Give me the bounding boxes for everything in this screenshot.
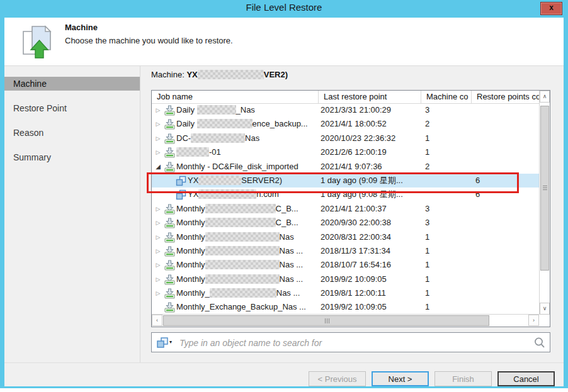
last-restore-point-cell: 2020/10/23 22:36:32: [321, 132, 420, 145]
text-fragment: VER2): [264, 70, 288, 79]
last-restore-point-cell: 2018/11/3 17:31:34: [321, 244, 420, 258]
cancel-button[interactable]: Cancel: [497, 371, 555, 386]
title-bar[interactable]: File Level Restore x: [0, 0, 568, 18]
job-name-cell: MonthlyNas ...: [176, 272, 316, 286]
job-row[interactable]: ▷MonthlyNas ...2018/10/7 16:54:161: [152, 258, 539, 272]
text-fragment: YX: [186, 70, 197, 79]
job-table: Job name Last restore point Machine co R…: [151, 90, 550, 327]
last-restore-point-cell: 2019/9/2 10:09:05: [321, 272, 420, 286]
expand-toggle-icon[interactable]: ▷: [154, 132, 162, 145]
machine-count-cell: 1: [425, 132, 469, 145]
vertical-scrollbar[interactable]: ∧ ∨: [539, 91, 550, 315]
last-restore-point-cell: 2020/9/30 22:00:38: [321, 216, 420, 230]
horizontal-scrollbar[interactable]: ‹ ›: [152, 314, 539, 327]
backup-job-icon: [164, 232, 175, 243]
expand-toggle-icon[interactable]: ▷: [154, 117, 162, 131]
vm-row[interactable]: YXn.com1 day ago (9:08 星期...6: [152, 188, 539, 201]
job-row[interactable]: ▷Daily _Nas2021/3/31 21:00:293: [152, 103, 539, 117]
text-fragment: Nas ...: [276, 288, 300, 298]
expand-toggle-icon[interactable]: ▷: [154, 244, 162, 258]
object-type-filter-icon[interactable]: [156, 337, 169, 351]
collapse-toggle-icon[interactable]: ◢: [154, 160, 162, 174]
close-button[interactable]: x: [540, 2, 562, 15]
wizard-footer: < Previous Next > Finish Cancel: [4, 362, 564, 386]
expand-toggle-icon[interactable]: ▷: [154, 272, 162, 286]
column-header-restore-points-count[interactable]: Restore points co: [472, 91, 539, 103]
redacted-text: [205, 274, 280, 284]
scroll-down-icon[interactable]: ∨: [540, 303, 550, 315]
sidebar-item-summary[interactable]: Summary: [4, 150, 140, 164]
job-row[interactable]: Monthly_Exchange_Backup_Nas ...2019/9/2 …: [152, 300, 539, 314]
machine-count-cell: 1: [425, 286, 469, 300]
backup-job-icon: [164, 260, 175, 271]
text-fragment: Nas: [245, 133, 259, 143]
last-restore-point-cell: 2021/2/6 12:00:19: [321, 145, 420, 159]
column-header-machine-count[interactable]: Machine co: [421, 91, 472, 103]
column-header-last-restore-point[interactable]: Last restore point: [319, 91, 421, 103]
redacted-text: [198, 70, 264, 79]
sidebar-item-machine[interactable]: Machine: [4, 77, 140, 91]
text-fragment: Nas: [280, 232, 294, 242]
step-subtitle: Choose the machine you would like to res…: [65, 36, 233, 45]
machine-count-cell: 3: [425, 216, 469, 230]
job-name-cell: MonthlyNas ...: [176, 258, 316, 272]
filter-dropdown-caret-icon[interactable]: ▾: [169, 339, 172, 345]
expand-toggle-icon[interactable]: ▷: [154, 230, 162, 244]
redacted-text: [197, 119, 253, 128]
redacted-text: [198, 176, 241, 185]
last-restore-point-cell: 1 day ago (9:08 星期...: [321, 188, 420, 201]
expand-toggle-icon[interactable]: ▷: [154, 145, 162, 159]
job-row[interactable]: ▷Daily ence_backup...2021/4/1 18:00:522: [152, 117, 539, 131]
backup-job-icon: [164, 105, 175, 116]
job-row[interactable]: ▷-012021/2/6 12:00:191: [152, 145, 539, 159]
backup-job-icon: [164, 133, 175, 144]
column-header-job-name[interactable]: Job name: [152, 91, 319, 103]
text-fragment: -01: [209, 147, 221, 157]
text-fragment: Monthly: [176, 274, 205, 284]
backup-job-icon: [164, 147, 175, 158]
backup-job-icon: [164, 218, 175, 228]
expand-toggle-icon[interactable]: ▷: [154, 103, 162, 117]
job-table-header: Job name Last restore point Machine co R…: [152, 91, 539, 104]
redacted-text: [198, 189, 256, 199]
finish-button[interactable]: Finish: [435, 371, 492, 386]
text-fragment: SERVER2): [241, 176, 282, 185]
job-name-cell: MonthlyNas: [176, 230, 316, 244]
horizontal-scroll-thumb[interactable]: [163, 315, 489, 326]
scroll-up-icon[interactable]: ∧: [540, 91, 550, 103]
job-name-cell: Daily ence_backup...: [176, 117, 316, 131]
scroll-left-icon[interactable]: ‹: [152, 315, 162, 326]
machine-count-cell: 1: [425, 230, 469, 244]
search-input[interactable]: [178, 335, 521, 351]
job-name-cell: Monthly_Nas ...: [176, 286, 316, 300]
machine-label: Machine:: [151, 70, 185, 79]
job-row[interactable]: ▷MonthlyNas ...2018/11/3 17:31:341: [152, 244, 539, 258]
job-row[interactable]: ▷DC-Nas2020/10/23 22:36:321: [152, 132, 539, 145]
vertical-scroll-thumb[interactable]: [540, 106, 549, 271]
job-row[interactable]: ▷MonthlyNas ...2019/9/2 10:09:051: [152, 272, 539, 286]
next-button[interactable]: Next >: [372, 371, 429, 386]
expand-toggle-icon[interactable]: ▷: [154, 202, 162, 216]
job-row[interactable]: ▷MonthlyC_B...2020/9/30 22:00:383: [152, 216, 539, 230]
expand-toggle-icon[interactable]: ▷: [154, 258, 162, 272]
text-fragment: Monthly_Exchange_Backup_Nas ...: [176, 302, 306, 311]
sidebar-item-reason[interactable]: Reason: [4, 126, 140, 140]
expand-toggle-icon[interactable]: ▷: [154, 286, 162, 300]
job-row[interactable]: ◢Monthly - DC&File_disk_imported2021/4/1…: [152, 160, 539, 174]
search-icon[interactable]: [533, 337, 546, 352]
job-row[interactable]: ▷MonthlyNas2020/8/31 22:00:341: [152, 230, 539, 244]
previous-button[interactable]: < Previous: [309, 371, 366, 386]
scroll-right-icon[interactable]: ›: [528, 315, 539, 326]
text-fragment: Monthly: [176, 260, 205, 269]
expand-toggle-icon[interactable]: ▷: [154, 216, 162, 230]
job-row[interactable]: ▷Monthly_Nas ...2019/8/1 12:00:111: [152, 286, 539, 300]
text-fragment: Monthly: [176, 232, 205, 242]
text-fragment: Monthly: [176, 204, 205, 213]
sidebar-item-restore-point[interactable]: Restore Point: [4, 101, 140, 115]
search-box[interactable]: ▾: [151, 332, 550, 352]
text-fragment: C_B...: [276, 204, 298, 213]
redacted-text: [205, 260, 280, 269]
job-row[interactable]: ▷MonthlyC_B...2021/4/1 21:00:373: [152, 202, 539, 216]
window-body: Machine Choose the machine you would lik…: [4, 18, 564, 386]
vm-row[interactable]: YXSERVER2)1 day ago (9:09 星期...6: [152, 174, 539, 188]
